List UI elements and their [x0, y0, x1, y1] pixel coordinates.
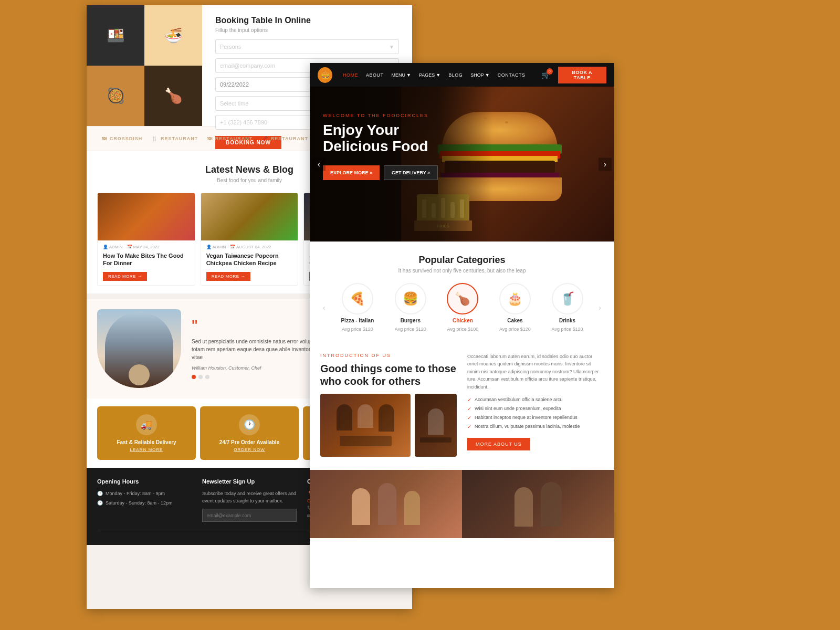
person-silhouette-2: [358, 404, 373, 428]
person-head: [129, 364, 150, 385]
right-panel: 🍔 HOME ABOUT MENU ▼ PAGES ▼ BLOG SHOP ▼ …: [310, 63, 614, 588]
intro-point-1: ✓ Accumsan vestibulum officia sapiene ar…: [467, 397, 604, 403]
feature-card-delivery: 🚚 Fast & Reliable Delivery LEARN MORE: [97, 406, 196, 460]
cart-badge: 0: [547, 68, 553, 75]
read-more-btn-1[interactable]: READ MORE →: [103, 272, 147, 281]
read-more-btn-2[interactable]: READ MORE →: [206, 272, 250, 281]
blog-author-1: 👤 ADMIN: [103, 245, 123, 249]
booking-title: Booking Table In Online: [215, 16, 399, 25]
feature-title-2: 24/7 Pre Order Available: [205, 439, 293, 445]
booking-food-image: 🍱 🍜 🥘 🍗: [87, 5, 202, 126]
persons-chevron: ▼: [389, 44, 394, 50]
intro-point-2: ✓ Wisi sint eum unde proesenlum, expedit…: [467, 406, 604, 412]
category-drinks[interactable]: 🥤 Drinks Avg price $120: [552, 283, 583, 332]
category-cakes[interactable]: 🎂 Cakes Avg price $120: [499, 283, 531, 332]
nav-link-pages[interactable]: PAGES ▼: [419, 72, 440, 78]
nav-cart[interactable]: 🛒 0: [541, 71, 550, 79]
intro-point-text-2: Wisi sint eum unde proesenlum, expedita: [475, 406, 561, 411]
small-image-content: [420, 408, 452, 443]
partner-name-4: RESTAURANT: [271, 136, 308, 141]
hero-prev-arrow[interactable]: ‹: [312, 158, 326, 171]
partner-name-1: CROSSDISH: [110, 136, 143, 141]
dot-3[interactable]: [205, 375, 209, 379]
nav-link-blog[interactable]: BLOG: [448, 72, 463, 78]
chicken-icon: 🍗: [164, 87, 183, 104]
person-e: [541, 482, 562, 527]
intro-images: [320, 394, 457, 457]
hero-next-arrow[interactable]: ›: [598, 158, 612, 171]
opening-hours-col: Opening Hours 🕐 Monday - Friday: 8am - 9…: [97, 478, 192, 522]
categories-next-arrow[interactable]: ›: [596, 301, 604, 314]
opening-hours-weekend: 🕐 Saturday - Sunday: 8am - 12pm: [97, 499, 192, 507]
categories-grid: ‹ 🍕 Pizza - Italian Avg price $120 🍔 Bur…: [320, 283, 604, 332]
intro-point-text-1: Accumsan vestibulum officia sapiene arcu: [475, 397, 562, 402]
explore-more-button[interactable]: EXPLORE MORE »: [323, 165, 380, 180]
hero-title: Enjoy Your Delicious Food: [323, 122, 438, 155]
hero-title-line2: Delicious Food: [323, 138, 428, 154]
category-burgers[interactable]: 🍔 Burgers Avg price $120: [395, 283, 426, 332]
intro-small-image: [415, 394, 457, 457]
blog-card-title-1: How To Make Bites The Good For Dinner: [103, 252, 190, 267]
hero-buttons: EXPLORE MORE » GET DELIVERY »: [323, 165, 438, 180]
cakes-icon: 🎂: [507, 291, 523, 306]
person-silhouette-3: [379, 404, 394, 432]
dot-2[interactable]: [198, 375, 203, 379]
bottom-image-2: [462, 470, 614, 538]
right-logo: 🍔: [318, 67, 332, 83]
dot-1[interactable]: [192, 375, 196, 379]
food-cell-stew: 🥘: [87, 66, 144, 126]
bottom-images: [310, 470, 614, 538]
persons-placeholder: Persons: [220, 44, 241, 50]
delivery-icon: 🚚: [136, 414, 157, 435]
person-silhouette-1: [337, 404, 352, 430]
nav-link-menu[interactable]: MENU ▼: [392, 72, 411, 78]
logo-icon: 🍔: [321, 71, 330, 79]
email-placeholder: email@company.com: [220, 62, 275, 69]
categories-prev-arrow[interactable]: ‹: [320, 301, 328, 314]
nav-link-about[interactable]: ABOUT: [366, 72, 384, 78]
feature-link-1[interactable]: LEARN MORE: [102, 447, 191, 452]
bottom-image-1: [310, 470, 462, 538]
small-person: [428, 408, 444, 435]
opening-hours-title: Opening Hours: [97, 478, 192, 485]
food-cell-sushi: 🍱: [87, 5, 144, 66]
intro-description: Occaecati laborum auten earum, id sodale…: [467, 353, 604, 391]
category-pizza[interactable]: 🍕 Pizza - Italian Avg price $120: [341, 283, 374, 332]
nav-link-shop[interactable]: SHOP ▼: [470, 72, 489, 78]
table-visual: [340, 436, 392, 446]
clock-icon: 🕐: [97, 491, 103, 496]
nav-link-contacts[interactable]: CONTACTS: [498, 72, 526, 78]
phone-placeholder: +1 (322) 456 7890: [220, 119, 267, 125]
partner-name-3: RESTAURANT: [215, 136, 253, 141]
intro-point-3: ✓ Habitant inceptos neque at inventore r…: [467, 415, 604, 421]
blog-card-1: 👤 ADMIN 📅 MAY 24, 2022 How To Make Bites…: [97, 193, 195, 286]
category-chicken[interactable]: 🍗 Chicken Avg price $100: [447, 283, 478, 332]
time-placeholder: Select time: [220, 100, 248, 107]
hero-content: WELCOME TO THE FoodCircles Enjoy Your De…: [323, 113, 438, 180]
cakes-price: Avg price $120: [499, 327, 531, 332]
blog-author-2: 👤 ADMIN: [206, 245, 226, 249]
partner-logo-4: 🥢 RESTAURANT: [262, 136, 308, 141]
right-hero: FRIES WELCOME TO THE FoodCircles Enjoy Y…: [310, 87, 614, 242]
partner-logo-2: 🍴 RESTAURANT: [152, 136, 198, 141]
categories-section: Popular Categories It has survived not o…: [310, 242, 614, 340]
chicken-price: Avg price $100: [447, 327, 478, 332]
people-row: [337, 404, 394, 432]
partner-icon-4: 🥢: [262, 136, 268, 141]
blog-date-1: 📅 MAY 24, 2022: [127, 245, 160, 249]
category-items: 🍕 Pizza - Italian Avg price $120 🍔 Burge…: [331, 283, 594, 332]
more-about-button[interactable]: MORE ABOUT US: [467, 438, 530, 450]
drinks-icon-circle: 🥤: [552, 283, 583, 314]
intro-point-4: ✓ Nostra cillum, vulputate passimus laci…: [467, 424, 604, 429]
partner-name-2: RESTAURANT: [161, 136, 198, 141]
nav-link-home[interactable]: HOME: [343, 72, 358, 78]
feature-link-2[interactable]: ORDER NOW: [205, 447, 293, 452]
newsletter-email-input[interactable]: [202, 509, 297, 522]
persons-field[interactable]: Persons ▼: [215, 39, 399, 54]
date-value: 09/22/2022: [220, 81, 249, 88]
food-cell-chicken: 🍗: [144, 66, 202, 126]
partner-icon-3: 🍽: [207, 136, 213, 141]
book-table-button[interactable]: BOOK A TABLE: [558, 67, 606, 83]
newsletter-text: Subscribe today and receive great offers…: [202, 490, 297, 505]
get-delivery-button[interactable]: GET DELIVERY »: [384, 165, 438, 180]
